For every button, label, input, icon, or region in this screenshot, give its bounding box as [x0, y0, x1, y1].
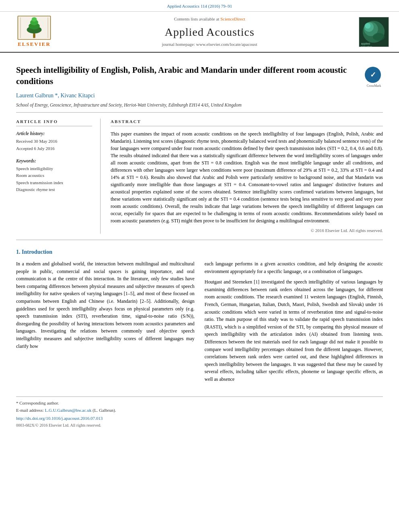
issn-line: 0003-682X/© 2016 Elsevier Ltd. All right…: [16, 423, 383, 428]
introduction-col1: In a modern and globalised world, the in…: [16, 260, 195, 386]
elsevier-wordmark: ELSEVIER: [18, 41, 51, 48]
crossmark-label: CrossMark: [365, 84, 383, 88]
introduction-text-columns: In a modern and globalised world, the in…: [16, 260, 383, 386]
journal-cover-icon: applied acoustics: [359, 17, 389, 47]
article-title-text: Speech intelligibility of English, Polis…: [16, 65, 361, 108]
svg-point-14: [373, 33, 385, 41]
corresponding-asterisk: * Corresponding author.: [16, 401, 59, 405]
sciencedirect-link[interactable]: ScienceDirect: [220, 16, 245, 21]
homepage-prefix: journal homepage:: [162, 42, 196, 47]
email-link[interactable]: L.G.U.Galbrun@hw.ac.uk: [45, 408, 91, 413]
keyword-3: Speech transmission index: [16, 180, 92, 186]
keywords-section: Keywords: Speech intelligibility Room ac…: [16, 158, 92, 193]
doi-line: http://dx.doi.org/10.1016/j.apacoust.201…: [16, 415, 383, 421]
contents-text: Contents lists available at: [174, 16, 219, 21]
copyright-line: © 2016 Elsevier Ltd. All rights reserved…: [111, 228, 383, 234]
article-info-abstract-section: ARTICLE INFO Article history: Received 3…: [16, 113, 383, 240]
keyword-1: Speech intelligibility: [16, 166, 92, 172]
crossmark-icon: ✓: [365, 67, 381, 83]
author-names[interactable]: Laurent Galbrun *, Kivanc Kitapci: [16, 92, 95, 99]
intro-paragraph-2: each language performs in a given acoust…: [205, 260, 383, 275]
svg-point-13: [365, 23, 371, 29]
accepted-date: Accepted 6 July 2016: [16, 146, 92, 152]
journal-logo-box: applied acoustics: [359, 17, 389, 47]
doi-link[interactable]: http://dx.doi.org/10.1016/j.apacoust.201…: [16, 416, 103, 421]
elsevier-tree-icon: [16, 16, 52, 40]
elsevier-logo-section: ELSEVIER: [8, 16, 60, 48]
keyword-4: Diagnostic rhyme test: [16, 187, 92, 193]
email-suffix: (L. Galbrun).: [93, 408, 116, 413]
abstract-column: ABSTRACT This paper examines the impact …: [111, 119, 383, 234]
introduction-title: 1. Introduction: [16, 248, 383, 256]
abstract-header: ABSTRACT: [111, 119, 383, 126]
article-title-section: Speech intelligibility of English, Polis…: [16, 59, 383, 112]
svg-point-5: [32, 17, 37, 22]
intro-paragraph-1: In a modern and globalised world, the in…: [16, 260, 195, 350]
article-title: Speech intelligibility of English, Polis…: [16, 65, 361, 87]
introduction-col2: each language performs in a given acoust…: [205, 260, 383, 386]
article-info-column: ARTICLE INFO Article history: Received 3…: [16, 119, 101, 234]
keywords-label: Keywords:: [16, 158, 92, 164]
footer-section: * Corresponding author. E-mail address: …: [16, 396, 383, 428]
homepage-url[interactable]: www.elsevier.com/locate/apacoust: [196, 42, 257, 47]
corresponding-note: * Corresponding author.: [16, 400, 383, 406]
journal-logo-box-section: applied acoustics: [359, 17, 391, 47]
crossmark-section: ✓ CrossMark: [365, 67, 383, 88]
svg-text:applied: applied: [361, 42, 370, 45]
authors-line: Laurent Galbrun *, Kivanc Kitapci: [16, 92, 361, 100]
affiliation-line: School of Energy, Geoscience, Infrastruc…: [16, 102, 361, 108]
elsevier-logo: ELSEVIER: [8, 16, 60, 48]
svg-text:acoustics: acoustics: [361, 45, 372, 47]
main-content: Speech intelligibility of English, Polis…: [0, 53, 399, 436]
journal-homepage: journal homepage: www.elsevier.com/locat…: [64, 41, 355, 47]
top-bar: Applied Acoustics 114 (2016) 79–91: [0, 0, 399, 12]
journal-title: Applied Acoustics: [64, 24, 355, 40]
contents-available-line: Contents lists available at ScienceDirec…: [64, 16, 355, 22]
email-label: E-mail address:: [16, 408, 44, 413]
journal-header: ELSEVIER Contents lists available at Sci…: [0, 12, 399, 53]
journal-citation-link[interactable]: Applied Acoustics 114 (2016) 79–91: [167, 4, 232, 8]
abstract-text: This paper examines the impact of room a…: [111, 130, 383, 224]
introduction-section: 1. Introduction In a modern and globalis…: [16, 240, 383, 386]
received-date: Received 30 May 2016: [16, 138, 92, 144]
article-history-label: Article history:: [16, 130, 92, 137]
email-footnote: E-mail address: L.G.U.Galbrun@hw.ac.uk (…: [16, 407, 383, 413]
article-info-header: ARTICLE INFO: [16, 119, 92, 126]
journal-info-center: Contents lists available at ScienceDirec…: [64, 16, 355, 47]
intro-paragraph-3: Houtgast and Steeneken [1] investigated …: [205, 278, 383, 383]
keyword-2: Room acoustics: [16, 173, 92, 179]
